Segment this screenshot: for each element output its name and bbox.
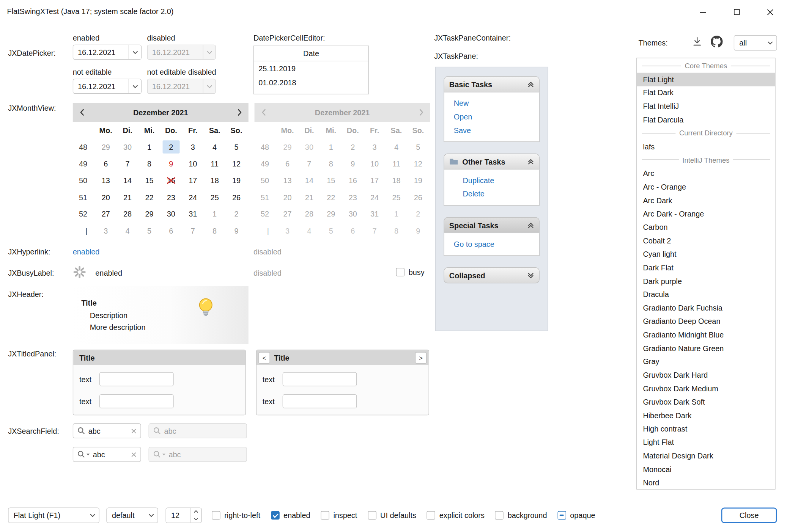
checkbox-box[interactable]	[271, 511, 279, 519]
clear-search-icon[interactable]	[131, 452, 137, 457]
datepicker-enabled[interactable]: 16.12.2021	[73, 45, 142, 60]
taskpane-title-basic-tasks[interactable]: Basic Tasks	[444, 76, 540, 92]
theme-item-light-flat[interactable]: Light Flat	[637, 436, 775, 449]
calendar-day[interactable]: 4	[119, 224, 136, 237]
titled-panel-left-button[interactable]: <	[258, 352, 270, 363]
date-table[interactable]: Date 25.11.201901.02.2018	[253, 46, 369, 94]
taskpane-title-collapsed[interactable]: Collapsed	[444, 267, 540, 283]
checkbox-box[interactable]	[557, 511, 566, 519]
checkbox-opaque[interactable]: opaque	[557, 511, 595, 519]
calendar-day[interactable]: 12	[228, 157, 245, 170]
datepicker-not-editable[interactable]: 16.12.2021	[73, 79, 142, 94]
theme-item-arc-dark[interactable]: Arc Dark	[637, 194, 775, 207]
calendar-day[interactable]: 8	[206, 224, 223, 237]
theme-item-cyan-light[interactable]: Cyan light	[637, 247, 775, 261]
calendar-day[interactable]: 13	[97, 174, 114, 187]
calendar-day[interactable]: 30	[119, 140, 136, 153]
calendar-day[interactable]: 6	[97, 157, 114, 170]
calendar-day[interactable]: 26	[228, 191, 245, 204]
titled-panel-right-button[interactable]: >	[415, 352, 427, 363]
theme-item-lafs[interactable]: lafs	[637, 140, 775, 153]
theme-item-carbon[interactable]: Carbon	[637, 220, 775, 234]
calendar-day[interactable]: 19	[228, 174, 245, 187]
previous-month-button[interactable]	[73, 103, 91, 122]
checkbox-busy[interactable]: busy	[396, 268, 425, 276]
font-size-spinner[interactable]: 12	[165, 508, 201, 523]
theme-item-arc-orange[interactable]: Arc - Orange	[637, 180, 775, 193]
search-input[interactable]	[93, 450, 128, 458]
calendar-day[interactable]: 20	[97, 191, 114, 204]
datepicker-dropdown-button[interactable]	[129, 45, 141, 59]
checkbox-box[interactable]	[368, 511, 376, 519]
spinner-down-button[interactable]	[191, 515, 201, 523]
taskpane-title-special-tasks[interactable]: Special Tasks	[444, 217, 540, 233]
themes-filter-combobox[interactable]: all	[734, 35, 777, 51]
calendar-day[interactable]: 3	[184, 140, 201, 153]
theme-item-gruvbox-dark-medium[interactable]: Gruvbox Dark Medium	[637, 382, 775, 395]
close-button[interactable]: Close	[721, 508, 777, 523]
calendar-day[interactable]: 14	[119, 174, 136, 187]
datepicker-value[interactable]: 16.12.2021	[73, 48, 128, 56]
taskpane-link-open[interactable]: Open	[454, 112, 539, 121]
taskpane-link-save[interactable]: Save	[454, 126, 539, 135]
theme-item-gradianto-midnight-blue[interactable]: Gradianto Midnight Blue	[637, 328, 775, 341]
calendar-day[interactable]: 1	[206, 207, 223, 220]
month-view-enabled[interactable]: Dezember 2021Mo.Di.Mi.Do.Fr.Sa.So.482930…	[73, 103, 249, 241]
spinner-up-button[interactable]	[191, 508, 201, 515]
next-month-button[interactable]	[230, 103, 249, 122]
calendar-day[interactable]: 29	[141, 207, 158, 220]
theme-item-dracula[interactable]: Dracula	[637, 288, 775, 301]
calendar-day[interactable]: 24	[184, 191, 201, 204]
laf-combobox[interactable]: Flat Light (F1)	[8, 508, 99, 523]
calendar-day[interactable]: 30	[162, 207, 179, 220]
download-themes-button[interactable]	[692, 36, 703, 47]
calendar-day[interactable]: 10	[184, 157, 201, 170]
search-field-enabled[interactable]	[73, 423, 141, 438]
theme-item-flat-darcula[interactable]: Flat Darcula	[637, 113, 775, 126]
theme-item-gradianto-deep-ocean[interactable]: Gradianto Deep Ocean	[637, 315, 775, 328]
calendar-day[interactable]: 28	[119, 207, 136, 220]
checkbox-right-to-left[interactable]: right-to-left	[212, 511, 260, 519]
calendar-day[interactable]: 4	[206, 140, 223, 153]
checkbox-explicit-colors[interactable]: explicit colors	[427, 511, 485, 519]
checkbox-box[interactable]	[212, 511, 220, 519]
calendar-day[interactable]: 5	[141, 224, 158, 237]
calendar-day[interactable]: 1	[141, 140, 158, 153]
theme-item-nord[interactable]: Nord	[637, 476, 775, 489]
theme-item-gruvbox-dark-soft[interactable]: Gruvbox Dark Soft	[637, 395, 775, 408]
theme-item-flat-intellij[interactable]: Flat IntelliJ	[637, 99, 775, 113]
theme-item-arc-dark-orange[interactable]: Arc Dark - Orange	[637, 207, 775, 220]
calendar-day[interactable]: 7	[119, 157, 136, 170]
calendar-day[interactable]: 29	[97, 140, 114, 153]
checkbox-box[interactable]	[495, 511, 504, 519]
theme-item-dark-purple[interactable]: Dark purple	[637, 274, 775, 287]
minimize-button[interactable]	[686, 0, 720, 24]
theme-item-hiberbee-dark[interactable]: Hiberbee Dark	[637, 409, 775, 422]
taskpane-link-delete[interactable]: Delete	[463, 190, 539, 199]
hyperlink-enabled[interactable]: enabled	[73, 247, 100, 256]
theme-item-flat-light[interactable]: Flat Light	[637, 73, 775, 86]
checkbox-box[interactable]	[321, 511, 329, 519]
calendar-day[interactable]: 8	[141, 157, 158, 170]
search-field-with-menu-enabled[interactable]	[73, 447, 141, 462]
theme-item-gray[interactable]: Gray	[637, 355, 775, 368]
taskpane-link-new[interactable]: New	[454, 99, 539, 108]
calendar-day[interactable]: 21	[119, 191, 136, 204]
table-column-header[interactable]: Date	[254, 46, 368, 61]
calendar-day[interactable]: 3	[97, 224, 114, 237]
github-button[interactable]	[711, 36, 723, 48]
calendar-day[interactable]: 27	[97, 207, 114, 220]
taskpane-link-go-to-space[interactable]: Go to space	[454, 240, 539, 249]
calendar-day[interactable]: 18	[206, 174, 223, 187]
calendar-day[interactable]: 9	[228, 224, 245, 237]
text-input[interactable]	[99, 372, 174, 386]
theme-item-material-design-dark[interactable]: Material Design Dark	[637, 449, 775, 462]
checkbox-enabled[interactable]: enabled	[271, 511, 310, 519]
theme-item-gruvbox-dark-hard[interactable]: Gruvbox Dark Hard	[637, 368, 775, 381]
maximize-button[interactable]	[720, 0, 754, 24]
theme-item-arc[interactable]: Arc	[637, 167, 775, 180]
theme-item-flat-dark[interactable]: Flat Dark	[637, 86, 775, 99]
calendar-day[interactable]: 23	[162, 191, 179, 204]
calendar-day[interactable]: 2	[162, 140, 179, 153]
theme-item-high-contrast[interactable]: High contrast	[637, 422, 775, 435]
